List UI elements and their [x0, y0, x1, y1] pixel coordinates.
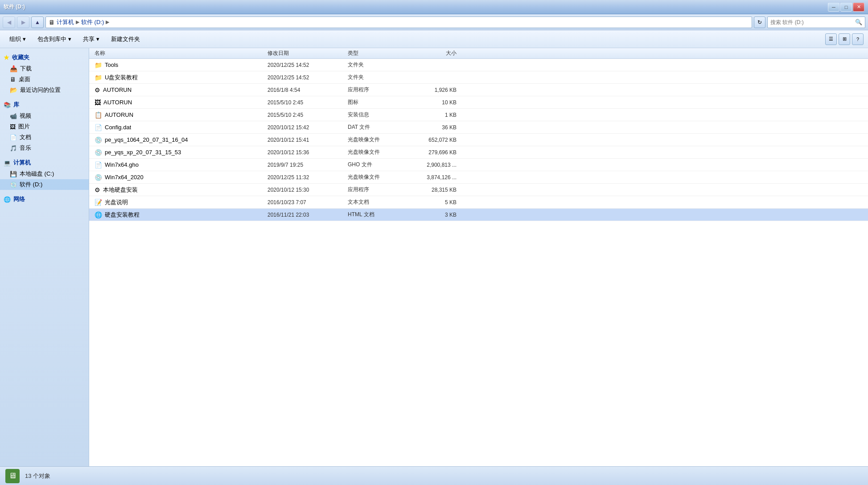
file-date: 2020/10/12 15:42 [267, 124, 348, 131]
sidebar-item-music[interactable]: 🎵 音乐 [0, 143, 89, 153]
file-date: 2020/12/25 14:52 [267, 74, 348, 81]
file-size: 2,900,813 ... [410, 162, 464, 168]
network-section: 🌐 网络 [0, 193, 89, 205]
file-name-cell: ⚙ AUTORUN [89, 86, 267, 94]
file-type: 应用程序 [348, 86, 410, 94]
drive-c-icon: 💾 [10, 171, 17, 177]
organize-button[interactable]: 组织 ▾ [4, 33, 31, 46]
back-button[interactable]: ◀ [3, 16, 15, 28]
path-computer[interactable]: 计算机 [57, 18, 74, 26]
file-name: pe_yqs_1064_20_07_31_16_04 [105, 136, 188, 143]
sidebar-item-drive-c[interactable]: 💾 本地磁盘 (C:) [0, 169, 89, 179]
file-name-cell: 💿 Win7x64_2020 [89, 174, 267, 181]
recent-label: 最近访问的位置 [20, 86, 61, 94]
sidebar-item-drive-d[interactable]: 💿 软件 (D:) [0, 179, 89, 190]
file-name: AUTORUN [105, 111, 133, 118]
table-row[interactable]: 📁 U盘安装教程 2020/12/25 14:52 文件夹 [89, 71, 868, 84]
computer-header[interactable]: 💻 计算机 [0, 157, 89, 169]
music-icon: 🎵 [10, 145, 17, 152]
main-content: ★ 收藏夹 📥 下载 🖥 桌面 📂 最近访问的位置 📚 库 [0, 48, 868, 466]
file-name-cell: 📋 AUTORUN [89, 111, 267, 119]
file-name-cell: 💿 pe_yqs_xp_20_07_31_15_53 [89, 149, 267, 156]
drive-c-label: 本地磁盘 (C:) [20, 170, 54, 178]
sidebar-item-recent[interactable]: 📂 最近访问的位置 [0, 85, 89, 95]
file-date: 2019/9/7 19:25 [267, 162, 348, 168]
file-type-icon: 📄 [95, 124, 102, 131]
column-type-header[interactable]: 类型 [348, 49, 410, 57]
column-date-header[interactable]: 修改日期 [267, 49, 348, 57]
file-type: 文本文档 [348, 198, 410, 206]
file-name: 硬盘安装教程 [105, 211, 140, 219]
file-list-header: 名称 修改日期 类型 大小 [89, 48, 868, 59]
file-date: 2020/10/12 15:41 [267, 137, 348, 143]
table-row[interactable]: 💿 Win7x64_2020 2020/12/25 11:32 光盘映像文件 3… [89, 171, 868, 184]
file-date: 2015/5/10 2:45 [267, 99, 348, 106]
sidebar-item-download[interactable]: 📥 下载 [0, 63, 89, 74]
search-input[interactable] [770, 19, 853, 25]
library-label: 库 [13, 101, 19, 109]
file-name: pe_yqs_xp_20_07_31_15_53 [105, 149, 181, 156]
file-date: 2020/10/12 15:30 [267, 187, 348, 193]
window-controls: ─ □ ✕ [828, 3, 864, 12]
library-header[interactable]: 📚 库 [0, 99, 89, 111]
sidebar-item-documents[interactable]: 📄 文档 [0, 132, 89, 143]
table-row[interactable]: 💿 pe_yqs_1064_20_07_31_16_04 2020/10/12 … [89, 134, 868, 146]
library-section: 📚 库 📹 视频 🖼 图片 📄 文档 🎵 音乐 [0, 99, 89, 153]
file-date: 2020/12/25 14:52 [267, 62, 348, 68]
table-row[interactable]: 📝 光盘说明 2016/10/23 7:07 文本文档 5 KB [89, 196, 868, 209]
path-drive-d[interactable]: 软件 (D:) [81, 18, 104, 26]
file-date: 2016/10/23 7:07 [267, 199, 348, 206]
sidebar-item-video[interactable]: 📹 视频 [0, 111, 89, 121]
file-type-icon: ⚙ [95, 186, 100, 193]
file-name-cell: 📄 Config.dat [89, 124, 267, 131]
view-options-button[interactable]: ☰ [825, 33, 837, 45]
file-name: 本地硬盘安装 [103, 186, 138, 194]
sidebar-item-desktop[interactable]: 🖥 桌面 [0, 74, 89, 85]
network-header[interactable]: 🌐 网络 [0, 193, 89, 205]
up-button[interactable]: ▲ [31, 16, 44, 28]
add-to-library-button[interactable]: 包含到库中 ▾ [33, 33, 76, 46]
computer-section: 💻 计算机 💾 本地磁盘 (C:) 💿 软件 (D:) [0, 157, 89, 190]
close-button[interactable]: ✕ [853, 3, 864, 12]
table-row[interactable]: 🌐 硬盘安装教程 2016/11/21 22:03 HTML 文档 3 KB [89, 209, 868, 221]
file-name: U盘安装教程 [105, 74, 138, 82]
video-label: 视频 [20, 112, 31, 120]
table-row[interactable]: 📋 AUTORUN 2015/5/10 2:45 安装信息 1 KB [89, 109, 868, 121]
table-row[interactable]: ⚙ 本地硬盘安装 2020/10/12 15:30 应用程序 28,315 KB [89, 184, 868, 196]
table-row[interactable]: 💿 pe_yqs_xp_20_07_31_15_53 2020/10/12 15… [89, 146, 868, 159]
refresh-button[interactable]: ↻ [754, 16, 765, 28]
forward-button[interactable]: ▶ [17, 16, 29, 28]
share-button[interactable]: 共享 ▾ [78, 33, 104, 46]
download-icon: 📥 [10, 65, 17, 72]
file-name: Config.dat [105, 124, 131, 131]
minimize-button[interactable]: ─ [828, 3, 839, 12]
table-row[interactable]: ⚙ AUTORUN 2016/1/8 4:54 应用程序 1,926 KB [89, 84, 868, 96]
new-folder-button[interactable]: 新建文件夹 [106, 33, 145, 46]
column-size-header[interactable]: 大小 [410, 49, 464, 57]
search-icon: 🔍 [855, 19, 862, 25]
table-row[interactable]: 🖼 AUTORUN 2015/5/10 2:45 图标 10 KB [89, 96, 868, 109]
sidebar-item-pictures[interactable]: 🖼 图片 [0, 121, 89, 132]
table-row[interactable]: 📄 Win7x64.gho 2019/9/7 19:25 GHO 文件 2,90… [89, 159, 868, 171]
favorites-section: ★ 收藏夹 📥 下载 🖥 桌面 📂 最近访问的位置 [0, 52, 89, 95]
column-name-header[interactable]: 名称 [89, 49, 267, 57]
file-type-icon: 🌐 [95, 211, 102, 218]
help-button[interactable]: ? [852, 33, 864, 45]
sidebar: ★ 收藏夹 📥 下载 🖥 桌面 📂 最近访问的位置 📚 库 [0, 48, 89, 466]
favorites-header[interactable]: ★ 收藏夹 [0, 52, 89, 63]
favorites-label: 收藏夹 [12, 53, 29, 62]
file-type: 安装信息 [348, 111, 410, 119]
statusbar: 🖥 13 个对象 [0, 466, 868, 485]
star-icon: ★ [4, 54, 9, 61]
table-row[interactable]: 📄 Config.dat 2020/10/12 15:42 DAT 文件 36 … [89, 121, 868, 134]
network-icon: 🌐 [4, 196, 11, 203]
view-toggle-button[interactable]: ⊞ [839, 33, 850, 45]
table-row[interactable]: 📁 Tools 2020/12/25 14:52 文件夹 [89, 59, 868, 71]
file-size: 1 KB [410, 112, 464, 118]
file-name: 光盘说明 [105, 198, 128, 206]
library-icon: 📚 [4, 102, 11, 108]
maximize-button[interactable]: □ [840, 3, 852, 12]
new-folder-label: 新建文件夹 [111, 35, 140, 43]
file-size: 5 KB [410, 199, 464, 206]
file-name-cell: 📝 光盘说明 [89, 198, 267, 206]
